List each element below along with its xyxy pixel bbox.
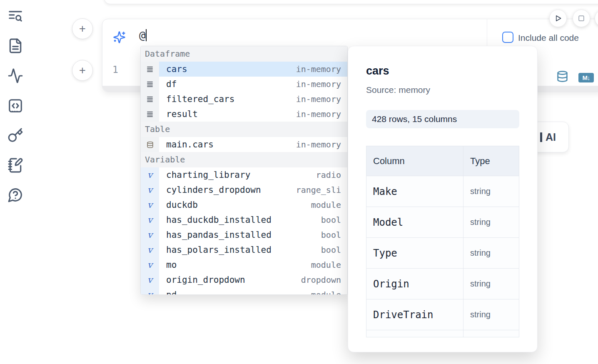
item-name: duckdb <box>166 200 198 210</box>
item-name: has_pandas_installed <box>166 230 272 240</box>
sparkles-icon <box>113 31 126 44</box>
autocomplete-item-filtered_cars[interactable]: filtered_carsin-memory <box>141 92 347 107</box>
autocomplete-item-has_polars_installed[interactable]: vhas_polars_installedbool <box>141 242 347 257</box>
item-name: mo <box>166 260 177 270</box>
variable-icon: v <box>141 182 159 197</box>
autocomplete-item-main.cars[interactable]: main.carsin-memory <box>141 137 347 152</box>
column-name: DriveTrain <box>373 309 434 321</box>
column-name: Model <box>373 217 403 228</box>
rows-icon <box>141 107 159 122</box>
database-icon <box>141 137 159 152</box>
notebook-pen-icon <box>7 157 23 173</box>
item-name: has_duckdb_installed <box>166 215 272 225</box>
item-name: filtered_cars <box>166 94 234 104</box>
ai-prompt-input[interactable]: @ <box>139 29 481 47</box>
item-name: cars <box>166 64 187 74</box>
table-row: Modelstring <box>366 207 519 238</box>
ai-prompt-value: @ <box>139 29 146 42</box>
autocomplete-item-cylinders_dropdown[interactable]: vcylinders_dropdownrange_sli <box>141 182 347 197</box>
stop-cell-button[interactable] <box>573 10 590 27</box>
add-cell-below-button[interactable]: + <box>72 60 93 81</box>
item-type: bool <box>321 215 341 225</box>
text-search-icon <box>7 8 23 24</box>
autocomplete-section-header: Table <box>141 122 347 137</box>
autocomplete-item-pd[interactable]: vpdmodule <box>141 287 347 295</box>
autocomplete-section-header: Dataframe <box>141 46 347 62</box>
sidebar-item-dependencies[interactable] <box>7 68 23 84</box>
add-cell-above-button[interactable]: + <box>72 18 93 39</box>
column-name: Origin <box>373 278 409 290</box>
item-type: in-memory <box>296 79 341 89</box>
include-all-code-label: Include all code <box>518 33 579 43</box>
variable-icon: v <box>141 242 159 257</box>
autocomplete-item-origin_dropdown[interactable]: vorigin_dropdowndropdown <box>141 272 347 287</box>
column-type: string <box>470 248 491 258</box>
column-type: string <box>470 217 491 227</box>
item-type: module <box>311 260 341 270</box>
item-name: has_polars_installed <box>166 245 272 255</box>
ai-button-label: AI <box>546 131 556 143</box>
play-icon <box>554 14 562 22</box>
variable-icon: v <box>141 272 159 287</box>
item-type: in-memory <box>296 94 341 104</box>
item-name: pd <box>166 290 177 295</box>
variable-icon: v <box>141 257 159 272</box>
item-name: result <box>166 109 198 119</box>
column-type: string <box>470 279 491 289</box>
variable-icon: v <box>141 167 159 182</box>
run-cell-button[interactable] <box>549 10 567 27</box>
table-row: Makestring <box>366 176 519 207</box>
autocomplete-item-has_duckdb_installed[interactable]: vhas_duckdb_installedbool <box>141 212 347 227</box>
item-type: module <box>311 200 341 210</box>
column-type: string <box>470 310 491 319</box>
line-number: 1 <box>112 64 118 75</box>
stop-icon <box>577 14 586 22</box>
autocomplete-item-charting_library[interactable]: vcharting_libraryradio <box>141 167 347 182</box>
autocomplete-item-result[interactable]: resultin-memory <box>141 107 347 122</box>
autocomplete-item-mo[interactable]: vmomodule <box>141 257 347 272</box>
table-row: Originstring <box>366 269 519 299</box>
schema-table-body: MakestringModelstringTypestringOriginstr… <box>366 176 519 330</box>
item-type: bool <box>321 230 341 240</box>
item-type: in-memory <box>296 64 341 74</box>
item-name: main.cars <box>166 140 214 150</box>
item-type: range_sli <box>296 185 341 195</box>
item-type: in-memory <box>296 140 341 150</box>
autocomplete-item-df[interactable]: dfin-memory <box>141 77 347 92</box>
item-type: module <box>311 290 341 295</box>
item-name: charting_library <box>166 170 250 180</box>
item-type: in-memory <box>296 109 341 119</box>
autocomplete-item-duckdb[interactable]: vduckdbmodule <box>141 197 347 212</box>
panel-source: Source: memory <box>366 85 519 95</box>
column-name: Make <box>373 186 397 197</box>
autocomplete-item-has_pandas_installed[interactable]: vhas_pandas_installedbool <box>141 227 347 242</box>
sidebar-item-secrets[interactable] <box>7 127 23 143</box>
text-caret <box>146 29 147 41</box>
rows-icon <box>141 92 159 107</box>
sidebar-item-toc-search[interactable] <box>7 8 23 24</box>
schema-table[interactable]: Column Type MakestringModelstringTypestr… <box>366 146 519 337</box>
database-icon[interactable] <box>556 70 568 82</box>
autocomplete-dropdown: Dataframecarsin-memorydfin-memoryfiltere… <box>140 46 348 295</box>
column-header: Column <box>366 146 463 176</box>
rows-icon <box>141 62 159 77</box>
variable-icon: v <box>141 212 159 227</box>
dataframe-preview-panel: cars Source: memory 428 rows, 15 columns… <box>348 46 538 352</box>
autocomplete-section-header: Variable <box>141 152 347 167</box>
row-column-summary: 428 rows, 15 columns <box>366 110 519 128</box>
table-row: Typestring <box>366 238 519 269</box>
previous-cell-edge <box>104 0 598 4</box>
code-square-icon <box>7 98 23 114</box>
sidebar-item-scratchpad[interactable] <box>7 157 23 173</box>
message-question-icon <box>7 187 23 203</box>
autocomplete-item-cars[interactable]: carsin-memory <box>141 62 347 77</box>
markdown-icon[interactable]: M↓ <box>578 73 594 82</box>
sidebar-item-snippets[interactable] <box>7 98 23 114</box>
table-row: DriveTrainstring <box>366 299 519 330</box>
item-name: df <box>166 79 177 89</box>
sidebar-item-files[interactable] <box>7 38 23 54</box>
variable-icon: v <box>141 227 159 242</box>
include-all-code-checkbox[interactable] <box>502 32 513 43</box>
key-icon <box>7 127 23 143</box>
sidebar-item-help[interactable] <box>7 187 23 203</box>
